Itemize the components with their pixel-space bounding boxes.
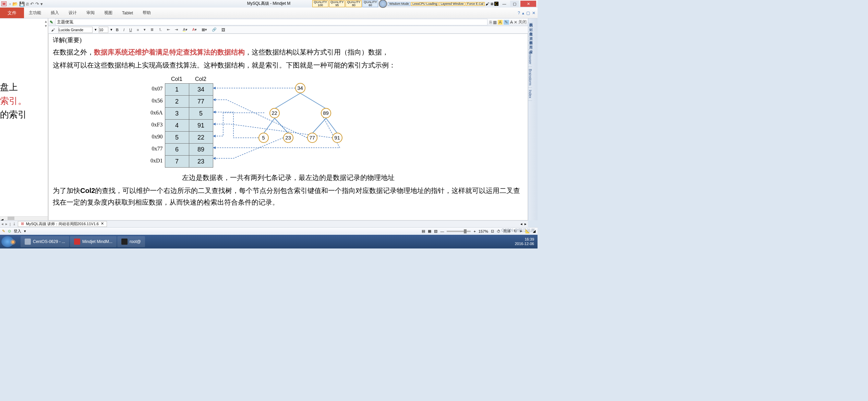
minimize-button[interactable]: — <box>500 1 509 7</box>
view-mode-1-icon[interactable]: ▤ <box>422 229 425 233</box>
redo-icon[interactable]: ↷ <box>35 1 39 7</box>
menu-insert[interactable]: 插入 <box>46 8 64 18</box>
menu-view[interactable]: 视图 <box>99 8 117 18</box>
side-tab-0[interactable]: 我的图表 <box>528 19 533 23</box>
indent-button[interactable]: ⇥ <box>173 27 179 32</box>
quality-badge-60[interactable]: QUALITY60 <box>362 0 378 7</box>
undo-icon[interactable]: ↶ <box>30 1 34 7</box>
close-button[interactable]: ✕ <box>520 1 536 7</box>
tool-badge-wisdom[interactable]: Wisdom Mode <box>388 2 410 6</box>
highlighter-strike-icon[interactable]: A̶ <box>510 20 513 25</box>
tab-next-icon[interactable]: ▸ <box>5 222 8 226</box>
highlighter-yellow-icon[interactable]: A <box>498 20 503 25</box>
link-button[interactable]: 🔗 <box>210 27 218 32</box>
font-size-input[interactable] <box>99 27 108 33</box>
outdent-button[interactable]: ⇤ <box>166 27 171 32</box>
save-all-icon[interactable]: ⎚ <box>26 1 29 7</box>
zoom-level[interactable]: 157% <box>479 229 488 233</box>
zoom-in-icon[interactable]: + <box>473 229 475 233</box>
qa-dropdown-icon[interactable]: ▾ <box>40 1 43 7</box>
side-tab-6[interactable]: 搜索 <box>528 45 533 50</box>
tool-icon-1[interactable]: ⎘ <box>490 20 492 25</box>
tool-badge-force[interactable]: Force E.Cal <box>466 2 485 6</box>
bold-button[interactable]: B <box>114 27 120 32</box>
status-icon-2[interactable]: ⊙ <box>8 229 11 233</box>
document-tab[interactable]: ⊞ MySQL高级 讲师：尚硅谷周阳2016.11V1.6 ✕ <box>18 221 107 227</box>
chevron-up-icon[interactable]: ▴ <box>45 19 47 23</box>
taskbar-overlay-icon[interactable]: ◉ <box>10 238 16 245</box>
underline-button[interactable]: U <box>128 27 133 32</box>
highlight-color-button[interactable]: A▾ <box>181 27 189 32</box>
side-tab-5[interactable]: 图库 <box>528 41 533 45</box>
tool-icon-2[interactable]: ▦ <box>493 20 497 25</box>
font-name-input[interactable] <box>58 27 93 33</box>
side-tab-1[interactable]: 标记 <box>528 23 533 27</box>
ribbon-collapse-icon[interactable]: ▴ <box>522 11 524 15</box>
quality-badge-80[interactable]: QUALITY80 <box>346 0 362 7</box>
side-tab-7[interactable]: Browser <box>528 50 532 67</box>
format-painter-icon[interactable]: 🖌 <box>50 27 56 32</box>
tab-close-icon[interactable]: ✕ <box>101 221 104 227</box>
help-icon[interactable]: ? <box>518 11 520 15</box>
font-name-drop-icon[interactable]: ▾ <box>95 27 97 32</box>
fit-icon[interactable]: ⊡ <box>491 229 494 233</box>
tool-badge-lesscpu[interactable]: LessCPU Loading <box>411 2 439 6</box>
font-size-drop-icon[interactable]: ▾ <box>110 27 112 32</box>
align-left-button[interactable]: ≡ <box>135 27 140 32</box>
font-color-button[interactable]: A▾ <box>191 27 198 32</box>
chevron-down-icon[interactable]: ▾ <box>45 24 47 28</box>
close-inner-icon[interactable]: ✕ <box>532 11 535 15</box>
topic-close-x[interactable]: ✕ <box>514 20 517 25</box>
login-button[interactable]: 登入 <box>14 229 21 234</box>
taskbar-item-terminal[interactable]: root@ <box>117 236 145 247</box>
login-drop-icon[interactable]: ▾ <box>24 229 26 233</box>
tab-end-icon[interactable]: ⤓ <box>13 222 16 226</box>
bullet-list-button[interactable]: ≣ <box>149 27 155 32</box>
left-scrollbar[interactable]: ◂ ▸ <box>0 216 48 220</box>
chevron-left-icon[interactable]: ◂ <box>1 217 3 220</box>
tab-scroll-left-icon[interactable]: ◂ <box>520 222 522 226</box>
tool-orb-icon[interactable] <box>379 0 387 8</box>
zoom-slider[interactable] <box>447 231 471 232</box>
table-button[interactable]: ▦▾ <box>200 27 208 32</box>
quality-badge-100[interactable]: QUALITY100 <box>312 0 328 7</box>
view-mode-2-icon[interactable]: ▦ <box>428 229 431 233</box>
file-menu-button[interactable]: 文件 <box>0 8 24 18</box>
document-content[interactable]: 详解(重要) 在数据之外，数据库系统还维护着满足特定查找算法的数据结构，这些数据… <box>48 34 528 220</box>
save-icon[interactable]: 💾 <box>19 1 25 7</box>
menu-tablet[interactable]: Tablet <box>117 8 138 18</box>
menu-main[interactable]: 主功能 <box>24 8 46 18</box>
number-list-button[interactable]: ⒈ <box>157 27 164 33</box>
menu-review[interactable]: 审阅 <box>82 8 99 18</box>
tab-scroll-right-icon[interactable]: ▸ <box>525 222 527 226</box>
side-tab-4[interactable]: 图表部件 <box>528 36 533 41</box>
taskbar-item-mindjet[interactable]: Mindjet MindM... <box>70 236 117 247</box>
italic-button[interactable]: I <box>122 27 126 32</box>
status-icon-1[interactable]: ✎ <box>2 229 5 233</box>
copy-mode-icon[interactable]: C <box>494 2 498 6</box>
align-drop-icon[interactable]: ▾ <box>142 27 147 32</box>
image-button[interactable]: 🖼 <box>220 27 227 32</box>
menu-design[interactable]: 设计 <box>64 8 82 18</box>
side-tab-3[interactable]: 资源 <box>528 32 533 36</box>
restore-icon[interactable]: ▢ <box>526 11 530 15</box>
zoom-out-icon[interactable]: — <box>440 229 444 233</box>
quality-badge-95[interactable]: QUALITY95 <box>329 0 345 7</box>
tab-prev-icon[interactable]: ◂ <box>1 222 3 226</box>
monitors-icon[interactable]: 🖥 <box>490 2 494 6</box>
tab-list-icon[interactable]: | <box>10 222 11 226</box>
open-icon[interactable]: 📂 <box>12 1 18 7</box>
side-tab-9[interactable]: Index <box>528 88 532 100</box>
taskbar-item-centos[interactable]: CentOS-0629 - ... <box>21 236 69 247</box>
tool-badge-layered[interactable]: Layered Window <box>439 2 465 6</box>
left-map-panel[interactable]: ▴ ▾ 盘上 索引。 的索引 ◂ ▸ <box>0 19 48 220</box>
view-mode-3-icon[interactable]: ▧ <box>434 229 437 233</box>
taskbar-clock[interactable]: 16:39 2016-12-06 <box>513 237 536 246</box>
topic-close-label[interactable]: 关闭 <box>518 19 527 25</box>
new-icon[interactable]: ▫ <box>9 1 11 7</box>
side-tab-2[interactable]: 任务信息 <box>528 27 533 32</box>
highlighter-blue-icon[interactable]: ✎ <box>504 20 509 25</box>
brush-icon[interactable]: 🖌 <box>485 2 489 6</box>
side-tab-8[interactable]: Brainstorm <box>528 67 532 88</box>
maximize-button[interactable]: ▢ <box>510 1 519 7</box>
